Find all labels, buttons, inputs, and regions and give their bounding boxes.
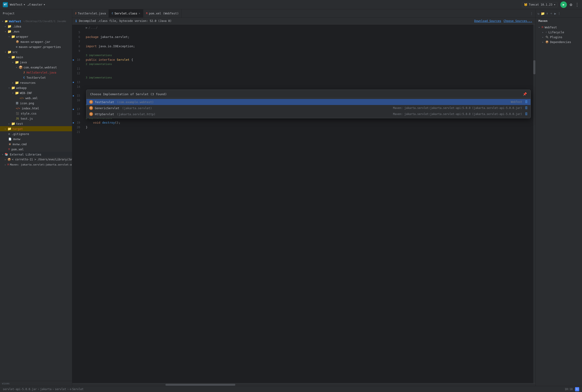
popup-item-testservlet[interactable]: C TestServlet (com.example.webtest) WebT… [86,99,530,105]
branch-indicator[interactable]: ⎇ master ▾ [27,3,46,6]
chevron-icon [2,20,3,22]
implementations-hint[interactable]: 3 implementations [86,76,112,80]
chevron-icon [5,164,6,166]
settings-icon[interactable]: ⚙ [570,2,572,7]
add-icon[interactable]: 📁 [541,12,545,15]
tab-test-servlet[interactable]: J TestServlet.java [72,9,109,18]
tab-label: pom.xml (WebTest) [149,12,179,15]
intellij-icon: IJ [575,387,579,391]
line-number: 7 [72,39,82,44]
tree-item-mvnw-cmd[interactable]: 🖥 mvnw.cmd [0,142,72,147]
class-tab-icon: C [112,12,113,15]
folder-icon: 📁 [11,35,15,38]
tree-item-test-servlet[interactable]: C TestServlet [0,75,72,80]
fold-arrow-icon[interactable]: ▶ [86,25,88,30]
popup-item-genericservlet[interactable]: C GenericServlet (jakarta.servlet) Maven… [86,105,530,111]
tree-item-resources[interactable]: 📁 resources [0,80,72,85]
tree-item-test-js[interactable]: JS test.js [0,116,72,121]
download-icon[interactable]: ⬇ [546,12,548,15]
folder-icon: 📁 [15,91,19,95]
tree-item-corretto[interactable]: 📦 < corretto-11 > /Users/eve/Library/Jav [0,157,72,162]
tree-item-test[interactable]: 📁 test [0,121,72,126]
implementations-hint[interactable]: 3 implementations [86,53,112,58]
tree-item-mvn[interactable]: 📁 .mvn [0,29,72,34]
tabs-more-button[interactable]: ⋮ [528,12,535,15]
maven-item-plugins[interactable]: 🔌 Plugins [536,35,582,40]
tree-item-external-libraries[interactable]: 📚 External Libraries [0,152,72,157]
download-sources-link[interactable]: Download Sources [474,19,501,22]
tree-item-icon-png[interactable]: 🖼 icon.png [0,100,72,106]
tree-item-target[interactable]: 📁 target [0,126,72,131]
tree-item-main[interactable]: 📁 main [0,54,72,60]
maven-item-lifecycle[interactable]: ⚡ Lifecycle [536,30,582,35]
tree-item-mvnw[interactable]: 📄 mvnw [0,136,72,142]
run-button[interactable]: ▶ [560,2,567,8]
code-line: void destroy (); [84,120,535,125]
tree-item-webapp[interactable]: 📁 webapp [0,85,72,90]
project-name[interactable]: WebTest ▾ [10,3,25,6]
tree-item-root[interactable]: 📁 WebTest ~/Desktop/CS/JavaEE/1 JavaWe [0,18,72,24]
tree-item-package[interactable]: 📦 com.example.webtest [0,65,72,70]
plus-icon[interactable]: ＋ [550,12,553,16]
code-line [84,80,535,84]
tab-label: Servlet.class [114,12,137,15]
v-scrollbar-thumb[interactable] [533,60,535,74]
more-actions-icon[interactable]: ⋮ [575,2,579,7]
services-label: vices [2,382,10,385]
popup-item-httpservlet[interactable]: C HttpServlet (jakarta.servlet.http) Mav… [86,111,530,117]
maven-item-dependencies[interactable]: 📦 Dependencies [536,40,582,44]
h-scrollbar[interactable] [72,383,535,386]
item-label: .idea [12,25,21,28]
pin-icon[interactable]: 📌 [523,92,527,96]
tree-item-idea[interactable]: 📁 .idea [0,24,72,29]
png-icon: 🖼 [16,102,19,105]
v-scrollbar[interactable] [533,24,535,383]
refresh-icon[interactable]: ↻ [537,12,539,15]
info-banner: ℹ Decompiled .class file, bytecode versi… [72,18,535,24]
tree-item-src[interactable]: 📁 src [0,49,72,54]
line-number: 5 [72,30,82,35]
h-scrollbar-thumb[interactable] [165,384,235,386]
maven-panel: ↻ 📁 ⬇ ＋ ▶ ⋮ Maven M WebTest ⚡ Lifecycle [535,9,582,386]
code-content: ▶ /.../ package jakarta.servlet; import … [84,24,535,383]
tomcat-icon: 🐱 [524,3,527,6]
tree-item-index-html[interactable]: </> index.html [0,106,72,111]
more-maven-icon[interactable]: ⋮ [557,12,561,15]
hint-line: 3 implementations [84,76,535,80]
external-link-icon: 🗄 [525,106,528,110]
maven-item-webtest[interactable]: M WebTest [536,25,582,30]
tab-pom[interactable]: M pom.xml (WebTest) [143,9,182,18]
tab-servlet-class[interactable]: C Servlet.class ✕ [109,9,143,18]
code-line [84,30,535,35]
tree-item-maven-wrapper-jar[interactable]: 📦 maven-wrapper.jar [0,39,72,44]
java-folder-icon: 📁 [15,60,19,64]
tree-item-style-css[interactable]: ⬛ style.css [0,111,72,116]
breadcrumb-servlet: servlet [55,388,66,391]
package-icon: 📦 [19,66,23,69]
run-maven-icon[interactable]: ▶ [554,12,556,15]
tree-item-wrapper[interactable]: 📁 wrapper [0,34,72,39]
tree-item-maven-servlet[interactable]: M Maven: jakarta.servlet:jakarta.servlet… [0,162,72,167]
java-icon: C [23,76,25,79]
maven-title: Maven [536,18,582,24]
tree-item-web-xml[interactable]: ≺/≻ web.xml [0,96,72,100]
ext-lib-icon: 📚 [5,153,8,156]
java-tab-icon: J [75,12,76,15]
item-label: HelloServlet.java [27,71,56,74]
close-icon[interactable]: ✕ [139,12,140,15]
implementations-hint[interactable]: 2 implementations [86,62,112,66]
choose-sources-link[interactable]: Choose Sources... [503,19,532,22]
tree-item-maven-wrapper-props[interactable]: ⚙ maven-wrapper.properties [0,44,72,49]
tree-item-gitignore[interactable]: ⊘ .gitignore [0,131,72,136]
code-line [84,130,535,134]
item-label: WEB-INF [20,91,32,95]
tree-item-java[interactable]: 📁 java [0,60,72,65]
tree-item-hello-servlet[interactable]: J HelloServlet.java [0,70,72,75]
tree-item-pom-xml[interactable]: M pom.xml [0,147,72,152]
maven-item-label: WebTest [545,26,557,29]
line-number: 11 [72,66,82,71]
run-config[interactable]: 🐱 Tomcat 10.1.23 ▾ [522,2,557,7]
tree-item-webinf[interactable]: 📁 WEB-INF [0,90,72,96]
popup-item-name: GenericServlet [95,106,119,110]
chevron-icon [12,92,14,94]
